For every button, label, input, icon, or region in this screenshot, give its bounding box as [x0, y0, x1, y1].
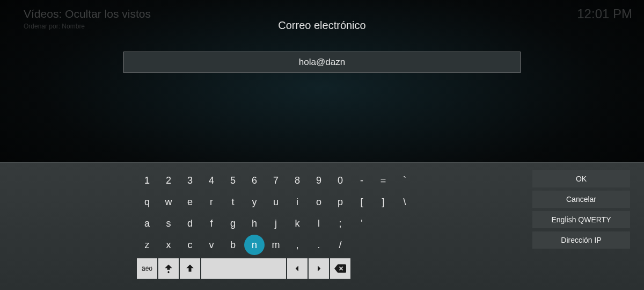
key-d[interactable]: d: [180, 213, 200, 234]
key-c[interactable]: c: [180, 235, 200, 255]
caps-lock-key[interactable]: [158, 258, 179, 279]
keyboard-function-row: âéö: [137, 258, 350, 279]
backspace-key[interactable]: [330, 258, 350, 279]
key-6[interactable]: 6: [244, 170, 265, 191]
key-s[interactable]: s: [158, 213, 179, 234]
key-v[interactable]: v: [201, 235, 222, 255]
key-,[interactable]: ,: [287, 235, 308, 255]
arrow-left-key[interactable]: [287, 258, 308, 279]
ok-button[interactable]: OK: [532, 170, 630, 187]
key-w[interactable]: w: [158, 192, 179, 212]
key-j[interactable]: j: [266, 213, 286, 234]
key-t[interactable]: t: [223, 192, 243, 212]
layout-button[interactable]: English QWERTY: [532, 211, 630, 228]
spacebar-key[interactable]: [201, 258, 286, 279]
accent-key[interactable]: âéö: [137, 258, 157, 279]
key-grid: 1234567890-=` qwertyuiop[]\ asdfghjkl;' …: [137, 170, 415, 255]
keyboard-side-buttons: OK Cancelar English QWERTY Dirección IP: [532, 170, 630, 249]
key-x[interactable]: x: [158, 235, 179, 255]
key-\[interactable]: \: [394, 192, 415, 212]
email-input-value: hola@dazn: [299, 57, 345, 68]
key-5[interactable]: 5: [223, 170, 243, 191]
key-.[interactable]: .: [309, 235, 329, 255]
key-=[interactable]: =: [373, 170, 393, 191]
email-input[interactable]: hola@dazn: [123, 52, 521, 73]
ip-button[interactable]: Dirección IP: [532, 231, 630, 249]
key-u[interactable]: u: [266, 192, 286, 212]
key-y[interactable]: y: [244, 192, 265, 212]
key-4[interactable]: 4: [201, 170, 222, 191]
shift-key[interactable]: [180, 258, 200, 279]
onscreen-keyboard: 1234567890-=` qwertyuiop[]\ asdfghjkl;' …: [0, 162, 644, 290]
key-'[interactable]: ': [352, 213, 372, 234]
key-l[interactable]: l: [309, 213, 329, 234]
key-z[interactable]: z: [137, 235, 157, 255]
key-q[interactable]: q: [137, 192, 157, 212]
key-k[interactable]: k: [287, 213, 308, 234]
key-;[interactable]: ;: [330, 213, 350, 234]
key-[[interactable]: [: [352, 192, 372, 212]
key-9[interactable]: 9: [309, 170, 329, 191]
background-title: Vídeos: Ocultar los vistos: [24, 8, 151, 20]
key-8[interactable]: 8: [287, 170, 308, 191]
arrow-right-key[interactable]: [309, 258, 329, 279]
key-2[interactable]: 2: [158, 170, 179, 191]
key-g[interactable]: g: [223, 213, 243, 234]
key-f[interactable]: f: [201, 213, 222, 234]
key-empty: [373, 213, 393, 234]
key-m[interactable]: m: [266, 235, 286, 255]
key-7[interactable]: 7: [266, 170, 286, 191]
key-b[interactable]: b: [223, 235, 243, 255]
key-o[interactable]: o: [309, 192, 329, 212]
key-h[interactable]: h: [244, 213, 265, 234]
key-p[interactable]: p: [330, 192, 350, 212]
key--[interactable]: -: [352, 170, 372, 191]
key-n[interactable]: n: [244, 235, 265, 255]
dialog-title: Correo electrónico: [0, 19, 644, 32]
key-e[interactable]: e: [180, 192, 200, 212]
key-3[interactable]: 3: [180, 170, 200, 191]
key-0[interactable]: 0: [330, 170, 350, 191]
key-a[interactable]: a: [137, 213, 157, 234]
key-`[interactable]: `: [394, 170, 415, 191]
key-1[interactable]: 1: [137, 170, 157, 191]
cancel-button[interactable]: Cancelar: [532, 191, 630, 208]
key-i[interactable]: i: [287, 192, 308, 212]
svg-point-0: [167, 271, 169, 273]
key-r[interactable]: r: [201, 192, 222, 212]
key-/[interactable]: /: [330, 235, 350, 255]
key-][interactable]: ]: [373, 192, 393, 212]
